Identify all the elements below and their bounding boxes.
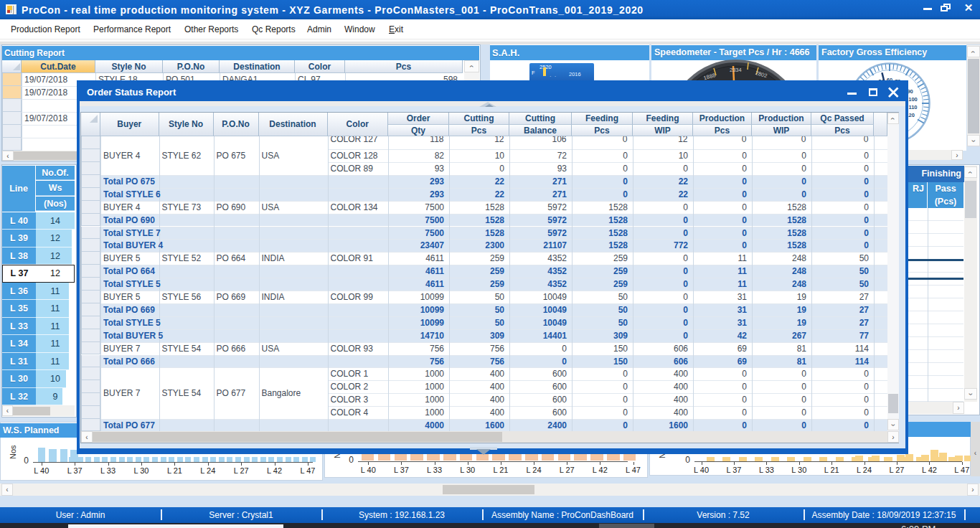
svg-text:100: 100 (908, 96, 918, 103)
svg-text:110: 110 (908, 104, 917, 110)
svg-text:2334: 2334 (730, 67, 742, 73)
